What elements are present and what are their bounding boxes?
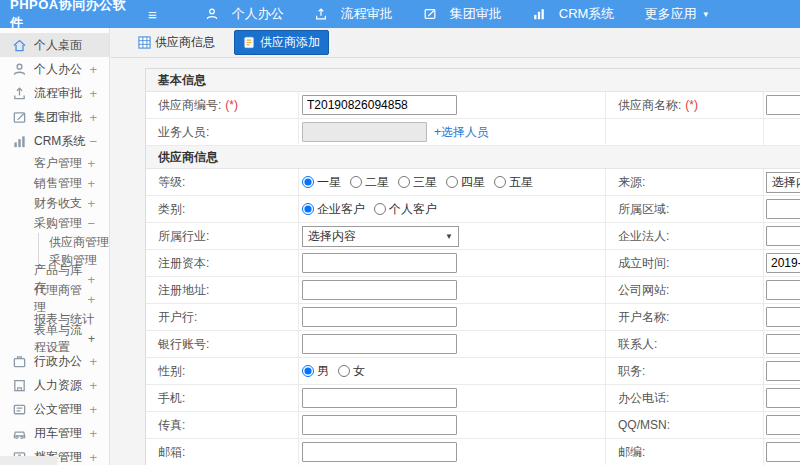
sidebar-item-desktop[interactable]: 个人桌面: [0, 33, 109, 57]
sidebar-item-workflow-approval[interactable]: 流程审批 +: [0, 81, 109, 105]
contact-input[interactable]: [766, 334, 800, 354]
industry-select[interactable]: 选择内容 ▼: [302, 226, 459, 247]
established-label: 成立时间:: [606, 250, 764, 276]
expand-plus-icon[interactable]: +: [89, 426, 97, 441]
menu-item-crm[interactable]: CRM系统: [532, 5, 615, 23]
office-phone-input[interactable]: [766, 388, 800, 408]
menu-item-personal-office[interactable]: 个人办公: [205, 5, 284, 23]
sidebar-item-vehicle-mgmt[interactable]: 用车管理 +: [0, 421, 109, 445]
sidebar-item-supplier-mgmt[interactable]: 供应商管理: [39, 233, 109, 251]
expand-plus-icon[interactable]: +: [89, 110, 97, 125]
business-staff-label: 业务人员:: [146, 119, 299, 145]
established-input[interactable]: [766, 253, 800, 273]
sidebar-item-personal-office[interactable]: 个人办公 +: [0, 57, 109, 81]
level-radio-4star[interactable]: [446, 176, 458, 188]
expand-plus-icon[interactable]: +: [87, 176, 95, 191]
account-name-input[interactable]: [766, 307, 800, 327]
expand-plus-icon[interactable]: +: [89, 62, 97, 77]
industry-label: 所属行业:: [146, 223, 299, 249]
supplier-add-form: 基本信息 供应商编号: (*) 供应商名称: (*) 业务人员: +选择人员 供…: [145, 68, 800, 465]
sidebar-item-crm[interactable]: CRM系统 −: [0, 129, 109, 153]
sidebar-item-finance[interactable]: 财务收支 +: [0, 193, 109, 213]
category-radio-personal[interactable]: [374, 203, 386, 215]
bank-input[interactable]: [302, 307, 457, 327]
expand-plus-icon[interactable]: +: [89, 354, 97, 369]
hamburger-menu-icon[interactable]: ≡: [138, 6, 167, 23]
fax-input[interactable]: [302, 415, 457, 435]
collapse-minus-icon[interactable]: −: [87, 216, 95, 231]
document-icon: [12, 402, 27, 417]
edit-icon: [12, 110, 27, 125]
legal-person-label: 企业法人:: [606, 223, 764, 249]
registered-capital-input[interactable]: [302, 253, 457, 273]
expand-plus-icon[interactable]: +: [87, 292, 95, 307]
expand-plus-icon[interactable]: +: [89, 450, 97, 465]
sidebar-item-label: 供应商管理: [49, 234, 109, 251]
bank-account-input[interactable]: [302, 334, 457, 354]
caret-down-icon: ▼: [445, 232, 453, 241]
edit-icon: [423, 7, 438, 22]
fax-label: 传真:: [146, 412, 299, 438]
website-input[interactable]: [766, 280, 800, 300]
email-input[interactable]: [302, 442, 457, 462]
expand-plus-icon[interactable]: +: [88, 332, 95, 346]
mobile-input[interactable]: [302, 388, 457, 408]
collapse-minus-icon[interactable]: −: [89, 134, 97, 149]
menu-item-workflow-approval[interactable]: 流程审批: [314, 5, 393, 23]
registered-address-input[interactable]: [302, 280, 457, 300]
region-label: 所属区域:: [606, 196, 764, 222]
position-input[interactable]: [766, 361, 800, 381]
tab-supplier-info[interactable]: 供应商信息: [129, 30, 224, 55]
sidebar-item-form-flow-settings[interactable]: 表单与流程设置+: [0, 329, 109, 349]
region-input[interactable]: [766, 199, 800, 219]
gender-radio-female[interactable]: [338, 365, 350, 377]
car-icon: [12, 426, 27, 441]
section-supplier-info: 供应商信息: [146, 146, 800, 169]
supplier-name-label: 供应商名称: (*): [606, 92, 764, 118]
expand-plus-icon[interactable]: +: [89, 378, 97, 393]
sidebar-item-document-mgmt[interactable]: 公文管理 +: [0, 397, 109, 421]
sidebar-item-label: 表单与流程设置: [34, 322, 88, 356]
gender-radio-male[interactable]: [302, 365, 314, 377]
sidebar-item-label: 人力资源: [34, 377, 82, 394]
supplier-no-input[interactable]: [302, 95, 457, 115]
qq-msn-input[interactable]: [766, 415, 800, 435]
sidebar-item-group-approval[interactable]: 集团审批 +: [0, 105, 109, 129]
sidebar-item-label: 流程审批: [34, 85, 82, 102]
menu-item-group-approval[interactable]: 集团审批: [423, 5, 502, 23]
sidebar-item-sales-mgmt[interactable]: 销售管理 +: [0, 173, 109, 193]
sidebar-item-label: 用车管理: [34, 425, 82, 442]
expand-plus-icon[interactable]: +: [89, 86, 97, 101]
account-name-label: 开户名称:: [606, 304, 764, 330]
workflow-icon: [314, 7, 329, 22]
sidebar-item-agent-mgmt[interactable]: 代理商管理 +: [0, 289, 109, 309]
legal-person-input[interactable]: [766, 226, 800, 246]
sidebar-item-admin-office[interactable]: 行政办公 +: [0, 349, 109, 373]
level-radio-2star[interactable]: [350, 176, 362, 188]
expand-plus-icon[interactable]: +: [87, 156, 95, 171]
sidebar-item-purchase-mgmt[interactable]: 采购管理 −: [0, 213, 109, 233]
sidebar-partial-item: [0, 456, 57, 465]
briefcase-icon: [12, 354, 27, 369]
sidebar-item-customer-mgmt[interactable]: 客户管理 +: [0, 153, 109, 173]
level-radio-5star[interactable]: [494, 176, 506, 188]
level-radio-3star[interactable]: [398, 176, 410, 188]
source-select[interactable]: 选择内容 ▼: [766, 172, 800, 193]
expand-plus-icon[interactable]: +: [87, 272, 95, 287]
email-label: 邮箱:: [146, 439, 299, 465]
zip-input[interactable]: [766, 442, 800, 462]
tab-supplier-add[interactable]: 供应商添加: [234, 30, 329, 55]
workflow-icon: [12, 86, 27, 101]
category-radio-enterprise[interactable]: [302, 203, 314, 215]
sidebar-item-label: 客户管理: [34, 155, 82, 172]
supplier-name-input[interactable]: [766, 95, 800, 115]
expand-plus-icon[interactable]: +: [89, 402, 97, 417]
sidebar-item-label: 公文管理: [34, 401, 82, 418]
select-staff-link[interactable]: +选择人员: [434, 124, 489, 141]
menu-item-more-apps[interactable]: 更多应用 ▾: [644, 5, 708, 23]
level-radio-1star[interactable]: [302, 176, 314, 188]
sidebar-item-hr[interactable]: 人力资源 +: [0, 373, 109, 397]
business-staff-input[interactable]: [302, 122, 427, 142]
expand-plus-icon[interactable]: +: [87, 196, 95, 211]
menu-label: 更多应用: [644, 5, 696, 23]
